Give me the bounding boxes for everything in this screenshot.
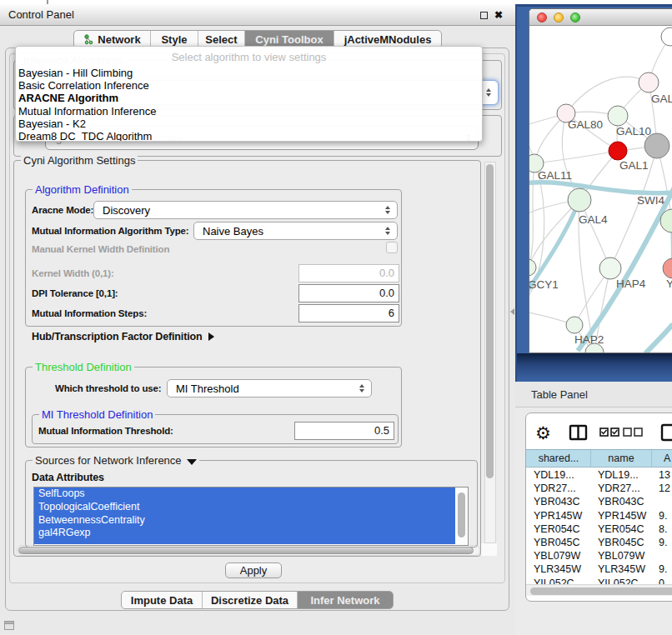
table-cell: YDL19... [534,468,598,482]
network-node[interactable] [529,259,536,276]
tab-discretize-data[interactable]: Discretize Data [203,592,298,608]
hub-definition-label[interactable]: Hub/Transcription Factor Definition [32,331,214,342]
settings-horizontal-scrollbar-thumb[interactable] [18,547,474,554]
mi-steps-label: Mutual Information Steps: [32,304,147,322]
columns-icon[interactable] [570,426,586,439]
dpi-tolerance-field[interactable]: 0.0 [298,284,399,302]
table-cell: YBL079W [598,549,659,562]
attribute-list-item[interactable]: SelfLoops [34,488,455,501]
splitter-arrow-icon[interactable] [510,308,514,315]
table-row[interactable]: YBL079WYBL079W [526,549,672,562]
network-edge[interactable] [645,324,672,353]
scrollbar-corner [481,543,497,556]
apply-button[interactable]: Apply [225,562,282,578]
algorithm-option[interactable]: Mutual Information Inference [16,105,482,118]
unchecked-pair-icon[interactable] [624,428,642,436]
settings-vertical-scrollbar-thumb[interactable] [486,164,494,478]
network-edge[interactable] [566,77,649,113]
aracne-mode-combo[interactable]: Discovery [93,201,398,219]
table-row[interactable]: YBR045CYBR045C9. [526,536,672,549]
column-header[interactable]: shared... [527,450,591,467]
gear-icon[interactable]: ⚙ [535,423,551,442]
table-horizontal-scrollbar-thumb[interactable] [530,588,672,595]
attribute-list-item[interactable]: gal4RGexp [34,527,455,540]
which-threshold-combo[interactable]: MI Threshold [167,379,372,398]
tab-cyni-toolbox[interactable]: Cyni Toolbox [245,31,334,48]
minimize-traffic-light[interactable] [554,12,564,22]
list-scrollbar-thumb[interactable] [458,492,465,538]
tab-impute-data[interactable]: Impute Data [122,592,203,608]
mi-type-combo[interactable]: Naive Bayes [193,222,398,240]
float-window-button[interactable] [480,12,488,19]
expand-arrow-icon[interactable] [208,332,214,341]
kernel-width-field[interactable]: 0.0 [298,264,399,282]
close-traffic-light[interactable] [537,12,547,22]
attribute-list-item[interactable] [34,540,455,544]
table-row[interactable]: YBR043CYBR043C [526,495,672,508]
mi-threshold-field[interactable]: 0.5 [294,422,394,440]
table-cell: YLR345W [534,562,598,576]
tab-network[interactable]: Network [74,31,151,48]
attribute-list-item[interactable]: TopologicalCoefficient [34,501,455,514]
network-icon [83,34,94,45]
network-edge[interactable] [529,163,534,268]
network-node[interactable] [599,258,621,279]
sources-label[interactable]: Sources for Network Inference [33,454,199,467]
algorithm-option[interactable]: ARACNE Algorithm [16,92,482,104]
network-node[interactable] [639,72,659,92]
table-row[interactable]: YLR345WYLR345W9. [526,562,672,576]
tab-jactivemnodules[interactable]: jActiveMNodules [334,31,441,48]
algorithm-option[interactable]: Dream8 DC_TDC Algorithm [16,130,482,142]
data-attributes-list[interactable]: SelfLoopsTopologicalCoefficientBetweenne… [33,487,469,546]
tab-select-label: Select [205,33,237,46]
network-node[interactable] [609,142,627,160]
table-cell: YPR145W [534,509,598,522]
column-header[interactable]: name [591,450,652,467]
node-label: GAL4 [579,213,608,226]
mi-steps-field[interactable]: 6 [298,304,399,322]
network-node[interactable] [661,28,672,46]
zoom-traffic-light[interactable] [570,12,580,22]
table-horizontal-scrollbar[interactable] [526,584,672,596]
table-row[interactable]: YIL052CYIL052C0. [526,577,672,584]
network-edge[interactable] [529,182,672,193]
table-window: ⚙ shared...nameA YDL19...YDL19...13YDR27… [525,412,672,602]
table-row[interactable]: YDL19...YDL19...13 [526,468,672,482]
table-cell: YER054C [598,522,659,536]
node-label: HAP2 [574,333,604,346]
network-edge[interactable] [534,151,618,163]
table-row[interactable]: YPR145WYPR145W9. [526,509,672,522]
algorithm-option[interactable]: Bayesian - K2 [16,118,482,130]
network-node[interactable] [608,106,628,126]
tab-style[interactable]: Style [151,31,198,48]
tab-network-label: Network [98,33,140,46]
threshold-definition-label: Threshold Definition [33,361,134,373]
node-label: GAL10 [616,125,651,138]
table-cell: 9. [659,562,672,576]
stepper-icon [384,206,391,214]
algorithm-option[interactable]: Basic Correlation Inference [16,79,482,92]
tab-select[interactable]: Select [198,31,245,48]
tab-infer-network[interactable]: Infer Network [298,592,393,608]
table-row[interactable]: YER054CYER054C8. [526,522,672,536]
network-node[interactable] [566,317,583,333]
close-button[interactable]: ✖ [494,9,503,21]
list-scrollbar[interactable] [456,488,469,545]
popup-header: Select algorithm to view settings [16,47,482,67]
document-icon[interactable] [662,425,672,440]
attribute-list-item[interactable]: BetweennessCentrality [34,514,455,528]
table-cell: YBR043C [534,495,598,508]
checked-pair-icon[interactable] [600,428,619,436]
network-canvas[interactable]: GAL2GAL80GAL10GAL1GAL11GAL4SWI4GCY1HAP4Y… [529,26,672,353]
table-row[interactable]: YDR27...YDR27...12 [526,482,672,495]
algorithm-option[interactable]: Bayesian - Hill Climbing [16,67,482,79]
network-node[interactable] [663,258,672,278]
collapse-arrow-icon[interactable] [187,459,197,465]
aracne-mode-label: Aracne Mode: [32,201,93,219]
column-header[interactable]: A [652,450,672,467]
node-label: GAL1 [619,159,649,172]
tab-style-label: Style [161,33,187,46]
float-panel-icon[interactable] [4,621,14,630]
network-node[interactable] [568,188,591,212]
manual-kernel-width-checkbox[interactable] [386,242,398,253]
